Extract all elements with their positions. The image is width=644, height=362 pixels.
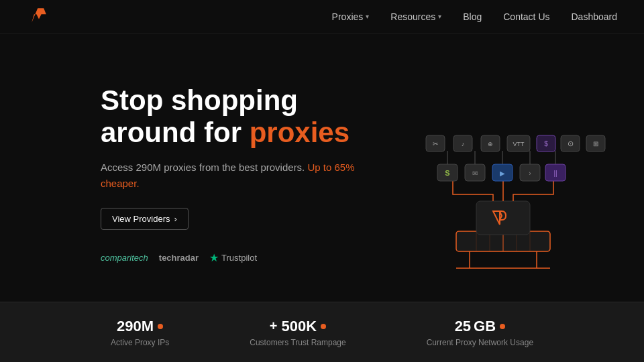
dot-icon [158,324,163,329]
nav-item-proxies[interactable]: Proxies ▾ [332,11,370,22]
techradar-logo: techradar [159,253,199,263]
trust-logos: comparitech techradar ★ Trustpilot [101,251,382,264]
svg-text:⊙: ⊙ [568,139,574,147]
stats-bar: 290M Active Proxy IPs + 500K Customers T… [0,302,644,362]
svg-text:✉: ✉ [472,170,478,177]
svg-text:$: $ [544,140,548,147]
logo[interactable] [27,3,51,30]
navbar: Proxies ▾ Resources ▾ Blog Contact Us Da… [0,0,644,34]
nav-item-blog[interactable]: Blog [463,11,482,22]
svg-text:VTT: VTT [513,141,525,147]
dot-icon [321,324,326,329]
svg-text:›: › [529,170,531,177]
chevron-down-icon: ▾ [366,13,369,20]
svg-rect-9 [476,201,530,235]
trustpilot-logo: ★ Trustpilot [209,251,257,264]
nav-item-dashboard[interactable]: Dashboard [572,11,618,22]
hero-content: Stop shopping around for proxies Access … [101,84,382,265]
chevron-down-icon: ▾ [438,13,441,20]
nav-item-contact[interactable]: Contact Us [503,11,549,22]
comparitech-logo: comparitech [101,253,148,263]
stat-customers-trust: + 500K Customers Trust Rampage [250,318,345,347]
nav-links: Proxies ▾ Resources ▾ Blog Contact Us Da… [332,11,617,22]
stat-value-network: 25 GB [427,318,533,335]
arrow-icon: › [174,214,176,224]
view-providers-button[interactable]: View Providers › [101,208,189,230]
network-diagram: S ✉ ▶ › || ✂ ♪ [389,60,617,275]
star-icon: ★ [209,251,219,264]
svg-text:S: S [445,169,449,177]
nav-link-proxies[interactable]: Proxies ▾ [332,11,370,22]
svg-text:✂: ✂ [433,140,438,147]
svg-text:⊕: ⊕ [488,141,493,147]
stat-label-network: Current Proxy Network Usage [427,338,533,347]
stat-label-proxy-ips: Active Proxy IPs [111,338,169,347]
stat-network-usage: 25 GB Current Proxy Network Usage [427,318,533,347]
svg-text:▶: ▶ [500,170,505,177]
nav-item-resources[interactable]: Resources ▾ [390,11,441,22]
hero-title: Stop shopping around for proxies [101,84,382,149]
dot-icon [500,324,505,329]
nav-link-contact[interactable]: Contact Us [503,11,549,22]
nav-link-dashboard[interactable]: Dashboard [572,11,618,22]
hero-description: Access 290M proxies from the best provid… [101,160,382,192]
nav-link-resources[interactable]: Resources ▾ [390,11,441,22]
stat-value-proxy-ips: 290M [111,318,169,335]
stat-active-proxy-ips: 290M Active Proxy IPs [111,318,169,347]
stat-label-customers: Customers Trust Rampage [250,338,345,347]
hero-section: Stop shopping around for proxies Access … [0,34,644,302]
svg-text:||: || [553,170,557,177]
svg-text:⊞: ⊞ [593,140,598,147]
nav-link-blog[interactable]: Blog [463,11,482,22]
svg-text:♪: ♪ [462,141,465,147]
stat-value-customers: + 500K [250,318,345,335]
